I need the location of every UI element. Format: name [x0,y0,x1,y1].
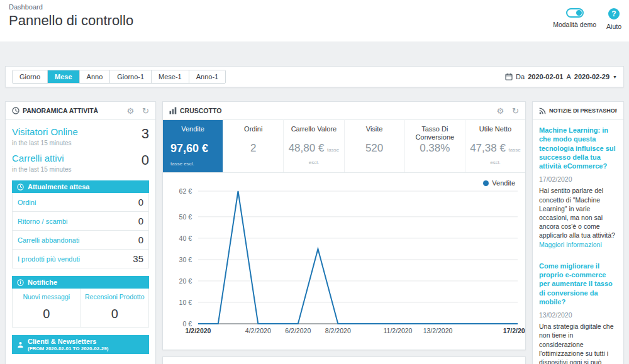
tab-visite[interactable]: Visite 520 [345,120,405,172]
customers-newsletters-title: Clienti & Newsletters [28,338,108,345]
activity-overview-panel: PANORAMICA ATTIVITÀ ⚙ ↻ Visitatori Onlin… [5,101,156,364]
active-carts-sub: in the last 15 minutes [12,166,72,173]
date-range-toolbar: Giorno Mese Anno Giorno-1 Mese-1 Anno-1 … [5,66,624,87]
chart-plot-area [198,190,518,324]
demo-mode-label: Modalità demo [553,21,596,28]
new-messages-value: 0 [14,307,79,321]
product-reviews-value: 0 [83,307,147,321]
pending-row-value: 0 [138,234,143,245]
date-range-picker[interactable]: Da 2020-02-01 A 2020-02-29 ▼ [505,73,617,80]
chart-x-axis: 1/2/20204/2/20206/2/20208/2/202011/2/202… [198,327,518,336]
range-button-anno[interactable]: Anno [80,70,111,83]
pending-row-label: Carrelli abbandonati [18,236,79,244]
news-article-link[interactable]: Machine Learning: in che modo questa tec… [539,126,617,170]
range-button-giorno[interactable]: Giorno [13,70,48,83]
prestashop-news-panel: NOTIZIE DI PRESTASHOP Machine Learning: … [532,101,624,364]
tab-label: Utile Netto [469,125,522,142]
dashboard-panel-header: CRUSCOTTO ⚙ ↻ [163,102,525,120]
caret-down-icon: ▼ [613,75,617,79]
breadcrumb[interactable]: Dashboard [9,3,620,11]
clock-icon [12,107,19,114]
news-panel-title: NOTIZIE DI PRESTASHOP [549,108,617,114]
chart-legend: Vendite [163,173,525,188]
range-button-mese-1[interactable]: Mese-1 [152,70,189,83]
date-range-separator: A [566,73,571,80]
pending-row-label: I prodotti più venduti [18,255,80,263]
date-range-to: 2020-02-29 [574,73,610,80]
tab-tasso-di-conversione[interactable]: Tasso Di Conversione 0.38% [405,120,465,172]
help-button[interactable]: ? Aiuto [606,8,621,30]
online-visitors-value: 3 [142,126,149,146]
refresh-icon[interactable]: ↻ [512,107,519,115]
pending-row-value: 0 [138,216,143,226]
news-excerpt-text: Hai sentito parlare del concetto di "Mac… [539,187,615,239]
range-button-mese[interactable]: Mese [48,70,80,83]
customers-newsletters-range: (FROM 2020-02-01 TO 2020-02-29) [28,346,108,351]
notifications-grid: Nuovi messaggi 0 Recensioni Prodotto 0 [12,289,149,328]
news-list: Machine Learning: in che modo questa tec… [533,120,623,364]
online-visitors-sub: in the last 15 minutes [12,140,78,146]
tab-utile-netto[interactable]: Utile Netto 47,38 € tasse escl. [465,120,525,172]
user-icon [17,341,24,348]
range-button-giorno-1[interactable]: Giorno-1 [110,70,152,83]
dashboard-trends-panel: CRUSCOTTO ⚙ ↻ Vendite 97,60 € tasse escl… [162,101,526,350]
news-article-date: 13/02/2020 [539,311,617,319]
refresh-icon[interactable]: ↻ [142,107,149,115]
help-label: Aiuto [606,23,621,30]
tab-vendite[interactable]: Vendite 97,60 € tasse escl. [163,120,223,172]
news-article-excerpt: Hai sentito parlare del concetto di "Mac… [539,186,617,248]
read-more-link[interactable]: Maggiori informazioni [539,241,602,248]
pending-row-label: Ritorno / scambi [18,218,67,225]
pending-row-best-sellers[interactable]: I prodotti più venduti 35 [12,250,149,268]
range-button-anno-1[interactable]: Anno-1 [189,70,225,83]
activity-panel-title: PANORAMICA ATTIVITÀ [23,107,118,114]
settings-gear-icon[interactable]: ⚙ [496,107,504,115]
toggle-on-icon[interactable] [566,8,584,18]
tab-label: Tasso Di Conversione [408,125,462,142]
tab-value: 48,80 € [289,142,325,154]
online-visitors-kpi: Visitatori Online in the last 15 minutes… [6,120,155,146]
demo-mode-toggle[interactable]: Modalità demo [553,8,596,30]
tab-label: Vendite [166,125,220,142]
calendar-icon [505,73,513,80]
tab-ordini[interactable]: Ordini 2 [223,120,284,172]
tab-label: Ordini [226,125,280,142]
tab-carrello-valore[interactable]: Carrello Valore 48,80 € tasse escl. [284,120,344,172]
tab-value: 0.38% [420,142,450,154]
question-mark-icon[interactable]: ? [608,8,620,19]
info-icon [17,279,24,286]
legend-dot-icon [483,180,489,186]
bar-chart-icon [169,107,177,114]
pending-row-abandoned-carts[interactable]: Carrelli abbandonati 0 [12,231,149,250]
news-article: Come migliorare il proprio e-commerce pe… [539,262,617,364]
tab-value: 520 [365,142,383,154]
notifications-header: Notifiche [12,276,149,289]
currently-pending-title: Attualmente attesa [28,183,89,190]
tab-value-suffix: tasse escl. [170,161,194,167]
chart-y-axis: 0 €10 €20 €30 €40 €50 €62 € [165,190,194,324]
news-article: Machine Learning: in che modo questa tec… [539,126,617,249]
settings-gear-icon[interactable]: ⚙ [126,107,134,115]
dashboard-panel-title: CRUSCOTTO [180,107,488,114]
news-article-date: 17/02/2020 [539,175,617,183]
news-panel-header: NOTIZIE DI PRESTASHOP [533,102,623,120]
news-article-excerpt: Una strategia digitale che non tiene in … [539,322,617,364]
active-carts-link[interactable]: Carrelli attivi [12,153,72,163]
product-reviews-cell[interactable]: Recensioni Prodotto 0 [81,289,149,327]
tab-value: 47,38 € [470,142,506,154]
pending-row-orders[interactable]: Ordini 0 [12,193,149,212]
sales-chart: 0 €10 €20 €30 €40 €50 €62 € [198,190,518,324]
currently-pending-header: Attualmente attesa [12,180,149,193]
page-title: Pannello di controllo [9,13,620,29]
date-range-from: 2020-02-01 [528,73,563,80]
new-messages-cell[interactable]: Nuovi messaggi 0 [13,289,81,327]
clock-icon [17,184,24,190]
tab-label: Visite [348,125,401,142]
online-visitors-link[interactable]: Visitatori Online [12,126,78,137]
date-range-prefix: Da [516,73,525,80]
news-article-link[interactable]: Come migliorare il proprio e-commerce pe… [539,262,617,306]
dashboard-content: PANORAMICA ATTIVITÀ ⚙ ↻ Visitatori Onlin… [0,101,629,364]
pending-row-returns[interactable]: Ritorno / scambi 0 [12,212,149,231]
notifications-title: Notifiche [28,279,57,286]
active-carts-kpi: Carrelli attivi in the last 15 minutes 0 [6,146,155,173]
